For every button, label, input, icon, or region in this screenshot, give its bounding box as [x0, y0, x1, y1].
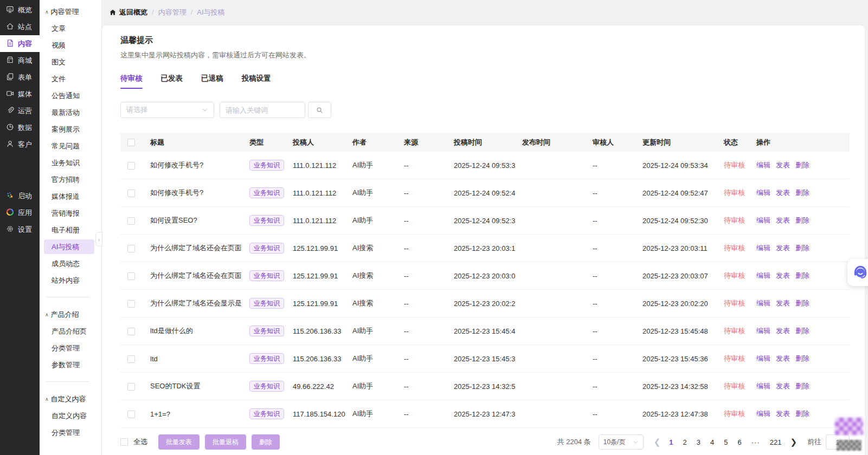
row-title[interactable]: 如何修改手机号?	[150, 188, 203, 198]
sidebar-item-form[interactable]: 表单	[0, 69, 40, 86]
page-number-6[interactable]: 6	[737, 438, 741, 446]
tab-已退稿[interactable]: 已退稿	[201, 74, 223, 89]
publish-link[interactable]: 发表	[776, 299, 790, 307]
sidebar-item-launch[interactable]: 启动	[0, 187, 40, 204]
prev-page-button[interactable]: ❮	[654, 437, 661, 447]
edit-link[interactable]: 编辑	[756, 382, 770, 390]
submenu-item[interactable]: 自定义内容	[40, 407, 101, 424]
select-all-checkbox[interactable]	[120, 438, 128, 446]
submenu-item[interactable]: 站外内容	[40, 272, 101, 289]
submenu-item[interactable]: 分类管理	[40, 424, 101, 441]
page-number-221[interactable]: 221	[770, 438, 782, 446]
row-checkbox[interactable]	[127, 217, 135, 225]
breadcrumb-link-current[interactable]: AI与投稿	[197, 8, 224, 17]
edit-link[interactable]: 编辑	[756, 354, 770, 362]
row-checkbox[interactable]	[127, 328, 135, 335]
batch-publish-button[interactable]: 批量发表	[158, 434, 200, 450]
submenu-item[interactable]: 参数管理	[40, 356, 101, 373]
row-checkbox[interactable]	[127, 272, 135, 280]
type-select[interactable]: 请选择	[120, 102, 214, 118]
page-number-1[interactable]: 1	[669, 438, 673, 446]
publish-link[interactable]: 发表	[776, 161, 790, 169]
submenu-item[interactable]: 公告通知	[40, 87, 101, 104]
publish-link[interactable]: 发表	[776, 244, 790, 252]
breadcrumb-link-content[interactable]: 内容管理	[158, 8, 187, 17]
delete-link[interactable]: 删除	[795, 216, 809, 224]
page-number-2[interactable]: 2	[683, 438, 687, 446]
delete-link[interactable]: 删除	[795, 354, 809, 362]
delete-link[interactable]: 删除	[795, 327, 809, 335]
edit-link[interactable]: 编辑	[756, 327, 770, 335]
submenu-item[interactable]: 业务知识	[40, 154, 101, 171]
publish-link[interactable]: 发表	[776, 410, 790, 418]
row-checkbox[interactable]	[127, 245, 135, 252]
publish-link[interactable]: 发表	[776, 188, 790, 197]
edit-link[interactable]: 编辑	[756, 216, 770, 224]
sidebar-item-mall[interactable]: 商城	[0, 52, 40, 69]
row-checkbox[interactable]	[127, 411, 135, 418]
edit-link[interactable]: 编辑	[756, 244, 770, 252]
submenu-item[interactable]: 媒体报道	[40, 188, 101, 205]
submenu-item[interactable]: 常见问题	[40, 138, 101, 154]
row-title[interactable]: 为什么绑定了域名还会显示是预览域名	[150, 298, 241, 308]
customer-service-button[interactable]	[847, 259, 868, 286]
delete-link[interactable]: 删除	[795, 244, 809, 252]
publish-link[interactable]: 发表	[776, 271, 790, 280]
sidebar-item-overview[interactable]: 概览	[0, 2, 40, 18]
next-page-button[interactable]: ❯	[790, 437, 797, 447]
delete-link[interactable]: 删除	[795, 299, 809, 307]
breadcrumb-home[interactable]: 返回概览	[109, 8, 147, 17]
publish-link[interactable]: 发表	[776, 216, 790, 224]
row-title[interactable]: ltd	[150, 355, 158, 363]
submenu-item[interactable]: 最新活动	[40, 104, 101, 121]
sidebar-item-site[interactable]: 站点	[0, 18, 40, 35]
delete-link[interactable]: 删除	[795, 161, 809, 169]
row-title[interactable]: 如何设置SEO?	[150, 216, 197, 225]
submenu-item[interactable]: 案例展示	[40, 121, 101, 138]
page-number-5[interactable]: 5	[724, 438, 728, 446]
tab-待审核[interactable]: 待审核	[120, 74, 143, 89]
sidebar-item-customer[interactable]: 客户	[0, 136, 40, 153]
submenu-section-header[interactable]: ∧自定义内容	[40, 391, 101, 407]
publish-link[interactable]: 发表	[776, 382, 790, 390]
edit-link[interactable]: 编辑	[756, 299, 770, 307]
row-checkbox[interactable]	[127, 355, 135, 363]
row-checkbox[interactable]	[127, 190, 135, 197]
submenu-section-header[interactable]: ∧内容管理	[40, 3, 101, 20]
tab-投稿设置[interactable]: 投稿设置	[242, 74, 271, 89]
row-title[interactable]: 为什么绑定了域名还会在页面显示请绑	[150, 243, 241, 253]
delete-link[interactable]: 删除	[795, 188, 809, 197]
delete-link[interactable]: 删除	[795, 382, 809, 390]
tab-已发表[interactable]: 已发表	[161, 74, 183, 89]
edit-link[interactable]: 编辑	[756, 271, 770, 280]
submenu-item[interactable]: 文件	[40, 70, 101, 87]
row-title[interactable]: 1+1=?	[150, 410, 170, 418]
sidebar-item-apps[interactable]: 应用	[0, 204, 40, 221]
publish-link[interactable]: 发表	[776, 354, 790, 362]
submenu-item[interactable]: AI与投稿	[44, 239, 94, 254]
keyword-input[interactable]	[220, 102, 305, 118]
sidebar-item-content[interactable]: 内容	[0, 35, 40, 52]
submenu-section-header[interactable]: ∧产品介绍	[40, 306, 101, 323]
pagination-ellipsis[interactable]: ···	[751, 438, 760, 446]
row-checkbox[interactable]	[127, 300, 135, 308]
edit-link[interactable]: 编辑	[756, 161, 770, 169]
row-title[interactable]: ltd是做什么的	[150, 326, 193, 336]
search-button[interactable]	[308, 102, 331, 118]
batch-delete-button[interactable]: 删除	[252, 434, 280, 450]
edit-link[interactable]: 编辑	[756, 410, 770, 418]
row-title[interactable]: 如何修改手机号?	[150, 160, 203, 170]
sidebar-item-media[interactable]: 媒体	[0, 86, 40, 102]
row-title[interactable]: 为什么绑定了域名还会在页面显示请绑	[150, 271, 241, 281]
submenu-item[interactable]: 文章	[40, 20, 101, 37]
page-number-4[interactable]: 4	[710, 438, 714, 446]
submenu-item[interactable]: 官方招聘	[40, 171, 101, 188]
sidebar-item-settings[interactable]: 设置	[0, 221, 40, 238]
edit-link[interactable]: 编辑	[756, 188, 770, 197]
row-checkbox[interactable]	[127, 383, 135, 391]
sidebar-collapse-handle[interactable]: ‹	[95, 232, 102, 246]
page-size-select[interactable]: 10条/页	[599, 434, 644, 450]
batch-reject-button[interactable]: 批量退稿	[205, 434, 246, 450]
sidebar-item-data[interactable]: 数据	[0, 119, 40, 136]
submenu-item[interactable]: 成员动态	[40, 255, 101, 272]
